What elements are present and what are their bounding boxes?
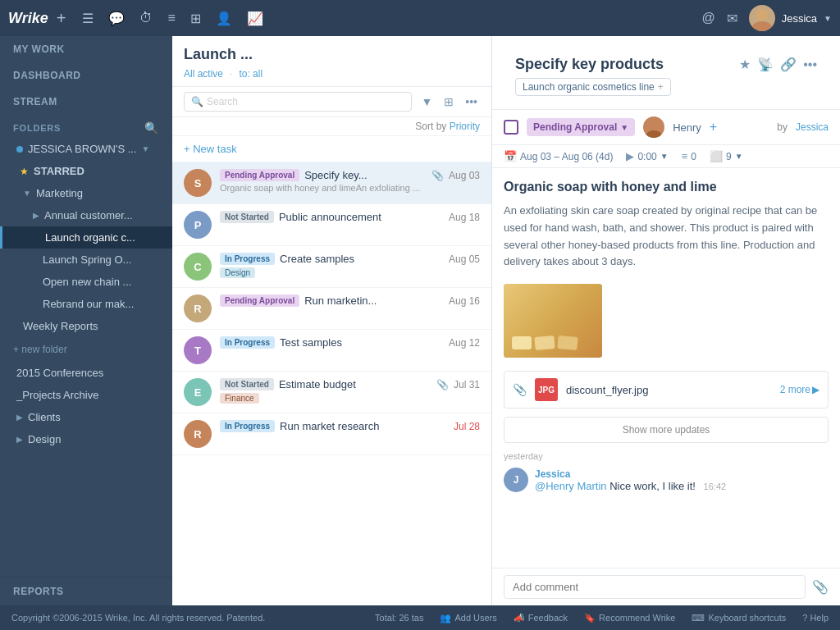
filter-to-all[interactable]: to: all [239, 68, 262, 80]
add-assignee-button[interactable]: + [710, 120, 717, 135]
sidebar-item-launch-spring[interactable]: Launch Spring O... [0, 249, 172, 271]
task-name: Run marketin... [304, 294, 444, 307]
sidebar-item-clients[interactable]: ▶ Clients [0, 406, 172, 428]
feedback-link[interactable]: 📣 Feedback [514, 613, 568, 623]
task-content: Pending Approval Specify key... 📎 Aug 03… [220, 169, 480, 193]
new-task-button[interactable]: + New task [172, 136, 491, 162]
timer-icon[interactable]: ⏱ [139, 11, 153, 25]
filter-icon[interactable]: ≡ [167, 11, 175, 25]
attachment-row[interactable]: 📎 JPG discount_flyer.jpg 2 more ▶ [504, 371, 829, 409]
sidebar-item-annual[interactable]: ▶ Annual customer... [0, 204, 172, 226]
task-item[interactable]: R Pending Approval Run marketin... Aug 1… [172, 288, 491, 330]
recommend-icon: 🔖 [584, 613, 596, 623]
task-name: Specify key... [304, 169, 427, 181]
task-item[interactable]: S Pending Approval Specify key... 📎 Aug … [172, 162, 491, 204]
task-item[interactable]: T In Progress Test samples Aug 12 [172, 330, 491, 372]
grid-icon[interactable]: ⊞ [190, 11, 201, 26]
task-checkbox[interactable] [504, 120, 518, 135]
user-menu[interactable]: Jessica ▼ [749, 5, 832, 31]
folders-search-icon[interactable]: 🔍 [144, 121, 159, 135]
search-icon: 🔍 [191, 96, 203, 107]
task-date: Aug 12 [449, 337, 480, 349]
logo[interactable]: Wrike [8, 10, 48, 27]
approval-status-badge[interactable]: Pending Approval ▼ [527, 118, 635, 136]
sidebar-item-weekly-reports[interactable]: Weekly Reports [0, 315, 172, 337]
by-label: by [777, 121, 788, 133]
new-folder-button[interactable]: + new folder [0, 337, 172, 362]
comment-time: 16:42 [704, 482, 727, 491]
search-box[interactable]: 🔍 Search [184, 92, 412, 112]
task-detail-title: Organic soap with honey and lime [504, 180, 829, 194]
task-item[interactable]: P Not Started Public announcement Aug 18 [172, 204, 491, 246]
task-date: Jul 28 [454, 421, 480, 432]
total-tasks: Total: 26 tas [375, 613, 423, 623]
wrike-logo-text: Wrike [8, 10, 48, 27]
comment-attach-icon[interactable]: 📎 [812, 579, 829, 595]
sidebar-item-projects-archive[interactable]: _Projects Archive [0, 384, 172, 406]
filter-all-active[interactable]: All active [184, 68, 223, 80]
add-comment-input[interactable] [504, 575, 806, 599]
task-item[interactable]: R In Progress Run market research Jul 28 [172, 413, 491, 455]
task-top: Pending Approval Specify key... 📎 Aug 03 [220, 169, 480, 181]
menu-icon[interactable]: ☰ [82, 11, 94, 26]
subscribe-icon[interactable]: 📡 [757, 57, 774, 72]
filter-icon-btn[interactable]: ▼ [418, 93, 435, 111]
task-item[interactable]: C In Progress Create samples Aug 05 Desi… [172, 246, 491, 288]
sidebar-item-marketing[interactable]: ▼ Marketing [0, 182, 172, 204]
comment-mention[interactable]: @Henry Martin [535, 480, 607, 492]
users-icon[interactable]: 👤 [216, 11, 232, 26]
sidebar-reports[interactable]: REPORTS [0, 577, 172, 605]
sidebar-item-my-work[interactable]: MY WORK [0, 36, 172, 62]
help-link[interactable]: ? Help [802, 613, 829, 623]
meta-subtasks[interactable]: ≡ 0 [682, 150, 696, 162]
nav-icons: ☰ 💬 ⏱ ≡ ⊞ 👤 📈 [82, 11, 701, 26]
task-content: Pending Approval Run marketin... Aug 16 [220, 294, 480, 307]
link-icon[interactable]: 🔗 [780, 57, 797, 72]
task-content: In Progress Create samples Aug 05 Design [220, 253, 480, 278]
sidebar-item-2015-conf[interactable]: 2015 Conferences [0, 362, 172, 384]
view-toggle-btn[interactable]: ⊞ [441, 93, 456, 111]
add-users-link[interactable]: 👥 Add Users [440, 613, 496, 623]
created-by-link[interactable]: Jessica [796, 121, 829, 133]
status-badge: Not Started [220, 211, 274, 223]
inbox-icon[interactable]: ✉ [727, 11, 737, 26]
meta-play[interactable]: ▶ 0:00 ▼ [626, 150, 668, 162]
task-desc: Organic soap with honey and limeAn exfol… [220, 183, 480, 193]
middle-panel: Launch ... All active · to: all 🔍 Search… [172, 36, 492, 605]
add-button[interactable]: + [57, 9, 66, 28]
sidebar-item-launch-organic[interactable]: Launch organic c... [0, 226, 172, 249]
sort-priority-link[interactable]: Priority [450, 121, 480, 132]
more-options-btn[interactable]: ••• [463, 93, 480, 111]
analytics-icon[interactable]: 📈 [247, 11, 263, 26]
comment-bubble: Jessica @Henry Martin Nice work, I like … [535, 468, 829, 492]
sidebar-item-dashboard[interactable]: DASHBOARD [0, 62, 172, 89]
meta-files[interactable]: ⬜ 9 ▼ [710, 150, 743, 162]
chat-icon[interactable]: 💬 [108, 11, 125, 26]
calendar-icon: 📅 [504, 150, 517, 162]
show-more-updates-button[interactable]: Show more updates [504, 417, 829, 443]
recommend-link[interactable]: 🔖 Recommend Wrike [584, 613, 675, 623]
task-date: Aug 05 [449, 253, 480, 265]
sidebar-item-stream[interactable]: STREAM [0, 89, 172, 115]
attachment-filename: discount_flyer.jpg [566, 384, 772, 396]
status-badge: In Progress [220, 420, 275, 432]
sidebar-item-design[interactable]: ▶ Design [0, 428, 172, 450]
sidebar-jessica-section[interactable]: JESSICA BROWN'S ... ▼ [0, 138, 172, 160]
keyboard-shortcuts-link[interactable]: ⌨ Keyboard shortcuts [692, 613, 786, 623]
add-breadcrumb-icon: + [658, 81, 664, 93]
task-tag: Finance [220, 393, 259, 404]
star-icon[interactable]: ★ [739, 57, 751, 72]
mention-icon[interactable]: @ [701, 11, 714, 25]
sidebar-item-rebrand[interactable]: Rebrand our mak... [0, 293, 172, 315]
more-files-link[interactable]: 2 more ▶ [780, 384, 819, 395]
sidebar-item-open-chain[interactable]: Open new chain ... [0, 271, 172, 293]
breadcrumb[interactable]: Launch organic cosmetics line + [515, 78, 671, 96]
right-panel-title: Specify key products [515, 56, 664, 73]
more-icon[interactable]: ••• [803, 57, 817, 72]
task-date: Aug 03 [449, 170, 480, 181]
clip-icon: 📎 [436, 379, 449, 390]
task-name: Run market research [280, 420, 449, 432]
task-item[interactable]: E Not Started Estimate budget 📎 Jul 31 F… [172, 372, 491, 413]
meta-date-range[interactable]: 📅 Aug 03 – Aug 06 (4d) [504, 150, 613, 162]
avatar: T [184, 336, 212, 364]
